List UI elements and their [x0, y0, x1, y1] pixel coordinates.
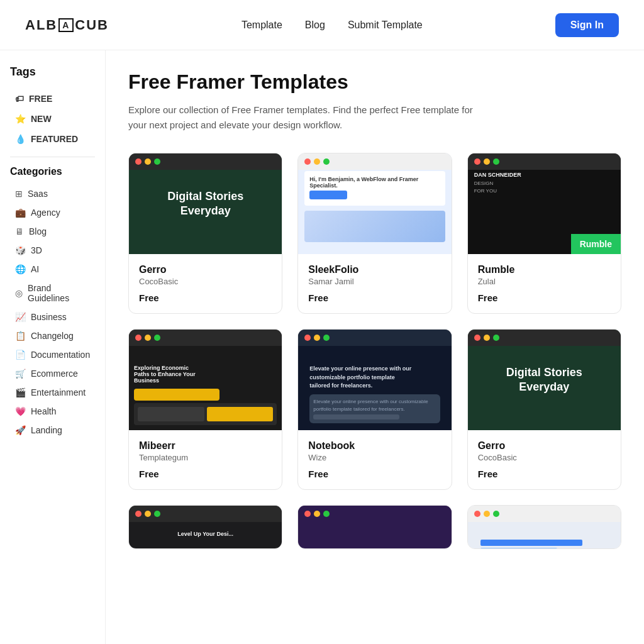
sidebar-tag-new[interactable]: ⭐ NEW	[10, 110, 95, 128]
dot-red	[304, 158, 311, 165]
sidebar-cat-saas[interactable]: ⊞ Saas	[10, 185, 95, 203]
dot-red	[135, 511, 142, 517]
sidebar-cat-agency[interactable]: 💼 Agency	[10, 204, 95, 221]
dot-yellow	[314, 335, 320, 341]
main-nav: Template Blog Submit Template	[242, 19, 423, 31]
dot-green	[493, 158, 499, 165]
cat-icon-business: 📈	[15, 312, 26, 322]
cat-icon-landing: 🚀	[15, 425, 26, 435]
logo-text: ALB	[25, 17, 57, 33]
tag-label-featured: FEATURED	[31, 134, 78, 144]
dot-yellow	[145, 335, 151, 341]
sidebar: Tags 🏷 FREE ⭐ NEW 💧 FEATURED Categories …	[0, 50, 106, 644]
template-card-sleekfolio[interactable]: Hi, I'm Benjamin, a WebFlow and Framer S…	[297, 153, 452, 314]
browser-bar	[468, 506, 621, 522]
sidebar-cat-blog[interactable]: 🖥 Blog	[10, 223, 95, 240]
card-info: Gerro CocoBasic Free	[129, 254, 282, 313]
nav-submit[interactable]: Submit Template	[348, 19, 423, 31]
dot-green	[323, 511, 330, 517]
dot-green	[154, 511, 160, 517]
sidebar-tag-free[interactable]: 🏷 FREE	[10, 90, 95, 108]
card-author: Zulal	[478, 277, 611, 286]
logo-box: A	[58, 18, 74, 32]
dot-yellow	[145, 511, 151, 517]
card-author: Samar Jamil	[308, 277, 441, 286]
template-card-notebook[interactable]: Elevate your online presence with ourcus…	[297, 329, 452, 490]
sidebar-cat-business[interactable]: 📈 Business	[10, 308, 95, 326]
card-author: Wize	[308, 453, 441, 462]
card-inner-text: Digital StoriesEveryday	[167, 189, 243, 219]
template-card-partial-2[interactable]	[297, 505, 452, 549]
template-card-partial-3[interactable]	[467, 505, 621, 549]
dot-yellow	[145, 158, 151, 165]
cat-label-entertainment: Entertainment	[31, 387, 86, 397]
dot-red	[474, 511, 480, 517]
cat-label-ecommerce: Ecommerce	[31, 369, 78, 379]
tag-icon-free: 🏷	[15, 94, 24, 104]
cat-icon-changelog: 📋	[15, 331, 26, 341]
sidebar-cat-docs[interactable]: 📄 Documentation	[10, 346, 95, 364]
nav-template[interactable]: Template	[242, 19, 282, 31]
sidebar-cat-entertainment[interactable]: 🎬 Entertainment	[10, 384, 95, 401]
tag-icon-new: ⭐	[15, 114, 26, 124]
browser-bar	[129, 153, 282, 170]
card-preview-partial-2	[298, 506, 451, 549]
sidebar-cat-changelog[interactable]: 📋 Changelog	[10, 327, 95, 345]
cat-label-business: Business	[31, 312, 67, 322]
cat-icon-saas: ⊞	[15, 189, 23, 199]
sidebar-cat-brand[interactable]: ◎ Brand Guidelines	[10, 279, 95, 307]
sidebar-cat-landing[interactable]: 🚀 Landing	[10, 421, 95, 439]
card-info: Mibeerr Templategum Free	[129, 430, 282, 489]
sidebar-tag-featured[interactable]: 💧 FEATURED	[10, 130, 95, 148]
cat-icon-brand: ◎	[15, 288, 23, 298]
card-preview-partial-1: Level Up Your Desi...	[129, 506, 282, 549]
tag-label-free: FREE	[29, 94, 52, 104]
dot-red	[304, 511, 311, 517]
card-preview-sleekfolio: Hi, I'm Benjamin, a WebFlow and Framer S…	[298, 153, 451, 254]
browser-bar	[468, 153, 621, 170]
logo-text2: CUB	[75, 17, 109, 33]
cat-label-blog: Blog	[29, 226, 47, 236]
card-inner-text: Digital StoriesEveryday	[506, 365, 582, 395]
sidebar-cat-3d[interactable]: 🎲 3D	[10, 242, 95, 259]
cat-label-3d: 3D	[31, 245, 42, 255]
sign-in-button[interactable]: Sign In	[555, 13, 619, 37]
cat-label-health: Health	[31, 406, 56, 416]
template-card-mibeerr[interactable]: Exploring EconomicPaths to Enhance YourB…	[128, 329, 282, 490]
partial-cards-grid: Level Up Your Desi...	[128, 505, 621, 549]
browser-bar	[129, 506, 282, 522]
cat-label-docs: Documentation	[31, 350, 90, 360]
card-price: Free	[308, 292, 441, 303]
card-preview-mibeerr: Exploring EconomicPaths to Enhance YourB…	[129, 330, 282, 430]
card-price: Free	[478, 292, 611, 303]
dot-yellow	[314, 511, 320, 517]
logo: ALBACUB	[25, 17, 109, 33]
tag-label-new: NEW	[31, 114, 52, 124]
dot-red	[474, 335, 480, 341]
sidebar-cat-ecommerce[interactable]: 🛒 Ecommerce	[10, 365, 95, 382]
template-card-rumble[interactable]: DAN SCHNEIDER DESIGNFOR YOU Rumble Rumbl…	[467, 153, 621, 314]
template-card-gerro-2[interactable]: Digital StoriesEveryday Gerro CocoBasic …	[467, 329, 621, 490]
card-name: Mibeerr	[139, 440, 272, 452]
dot-green	[154, 335, 160, 341]
cat-label-agency: Agency	[31, 208, 60, 218]
card-name: Rumble	[478, 264, 611, 275]
cat-icon-docs: 📄	[15, 350, 26, 360]
browser-bar	[298, 153, 451, 170]
nb-text: Elevate your online presence with ourcus…	[304, 365, 445, 423]
card-preview-notebook: Elevate your online presence with ourcus…	[298, 330, 451, 430]
card-preview-gerro-1: Digital StoriesEveryday	[129, 153, 282, 254]
card-info: Notebook Wize Free	[298, 430, 451, 489]
card-price: Free	[478, 469, 611, 479]
main-content: Free Framer Templates Explore our collec…	[106, 50, 644, 644]
sidebar-cat-ai[interactable]: 🌐 AI	[10, 260, 95, 278]
dot-red	[135, 335, 142, 341]
dot-green	[493, 335, 499, 341]
template-card-partial-1[interactable]: Level Up Your Desi...	[128, 505, 282, 549]
sidebar-cat-health[interactable]: 💗 Health	[10, 402, 95, 420]
cat-icon-blog: 🖥	[15, 226, 24, 236]
card-name: SleekFolio	[308, 264, 441, 275]
nav-blog[interactable]: Blog	[305, 19, 325, 31]
template-card-gerro-1[interactable]: Digital StoriesEveryday Gerro CocoBasic …	[128, 153, 282, 314]
card-price: Free	[139, 469, 272, 479]
